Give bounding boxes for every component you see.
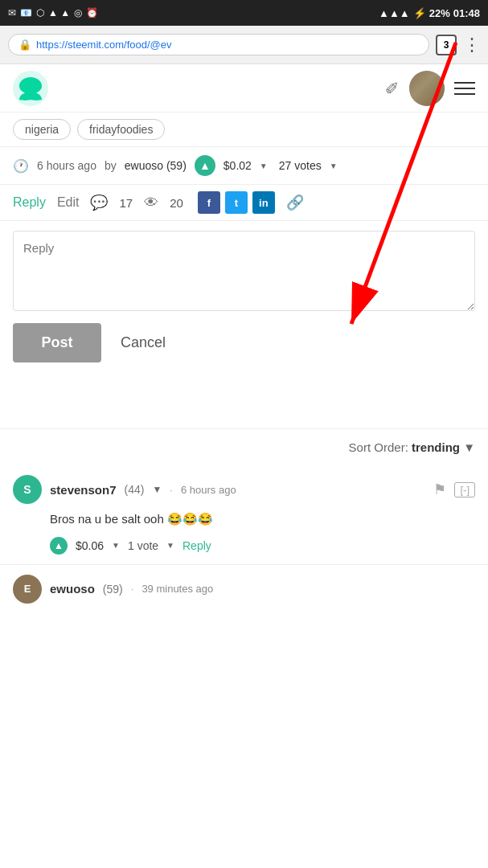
reply-button[interactable]: Reply bbox=[13, 195, 46, 210]
browser-bar: 🔒 https://steemit.com/food/@ev 3 ⋮ bbox=[0, 26, 488, 64]
author-name[interactable]: ewuoso (59) bbox=[125, 159, 187, 172]
reply-textarea[interactable] bbox=[13, 231, 475, 311]
comment-author-2[interactable]: ewuoso bbox=[50, 582, 95, 596]
steemit-logo[interactable] bbox=[13, 71, 48, 106]
wifi-icon: ⚡ bbox=[413, 7, 426, 19]
comment-count: 17 bbox=[119, 196, 133, 210]
tag-item[interactable]: nigeria bbox=[13, 119, 71, 140]
cancel-button[interactable]: Cancel bbox=[114, 323, 172, 362]
edit-button[interactable]: Edit bbox=[57, 195, 80, 210]
sort-value: trending bbox=[412, 440, 460, 454]
comment-time-2: 39 minutes ago bbox=[141, 583, 213, 595]
copy-link-icon[interactable]: 🔗 bbox=[286, 194, 304, 211]
payout-dropdown-icon[interactable]: ▼ bbox=[260, 162, 268, 170]
lock-icon: 🔒 bbox=[18, 39, 31, 51]
tags-area: nigeria fridayfoodies bbox=[0, 113, 488, 147]
status-right: ▲▲▲ ⚡ 22% 01:48 bbox=[379, 7, 480, 19]
upvote-button[interactable]: ▲ bbox=[195, 155, 215, 176]
social-icons: f t in bbox=[198, 191, 275, 214]
votes-dropdown-icon[interactable]: ▼ bbox=[330, 162, 338, 170]
notification-icon: ✉ bbox=[8, 7, 16, 18]
comment-time: 6 hours ago bbox=[181, 484, 236, 496]
sort-label: Sort Order: bbox=[349, 440, 408, 454]
time-display: 01:48 bbox=[453, 7, 480, 19]
comment-author[interactable]: stevenson7 bbox=[50, 483, 117, 497]
collapse-button[interactable]: [-] bbox=[454, 482, 475, 497]
reply-section: Post Cancel bbox=[0, 221, 488, 372]
app-header: ✏ bbox=[0, 64, 488, 113]
comment-header: S stevenson7 (44) ▼ · 6 hours ago ⚑ [-] bbox=[13, 475, 475, 504]
linkedin-share-icon[interactable]: in bbox=[252, 191, 275, 214]
battery-text: 22% bbox=[429, 7, 450, 19]
comment-item: S stevenson7 (44) ▼ · 6 hours ago ⚑ [-] … bbox=[0, 465, 488, 565]
action-bar: Reply Edit 💬 17 👁 20 f t in 🔗 bbox=[0, 185, 488, 221]
comment-votes-dropdown[interactable]: ▼ bbox=[166, 541, 174, 550]
post-meta: 🕐 6 hours ago by ewuoso (59) ▲ $0.02 ▼ 2… bbox=[0, 147, 488, 185]
comment-reply-button[interactable]: Reply bbox=[182, 539, 211, 552]
signal-icons: ▲ ▲ bbox=[48, 7, 70, 18]
comment-votes: 1 vote bbox=[128, 539, 158, 552]
comment-rep-2: (59) bbox=[103, 583, 123, 596]
comment-actions: ▲ $0.06 ▼ 1 vote ▼ Reply bbox=[50, 537, 475, 555]
avatar[interactable] bbox=[409, 71, 445, 106]
sort-dropdown-icon[interactable]: ▼ bbox=[463, 440, 475, 454]
comment-rep: (44) bbox=[125, 483, 145, 496]
flag-icon[interactable]: ⚑ bbox=[433, 481, 446, 498]
alarm-icon: ⏰ bbox=[86, 7, 98, 18]
view-count: 20 bbox=[170, 196, 183, 210]
comment-rep-dropdown[interactable]: ▼ bbox=[152, 484, 162, 495]
by-text: by bbox=[105, 159, 117, 172]
tag-item[interactable]: fridayfoodies bbox=[77, 119, 165, 140]
clock-icon: 🕐 bbox=[13, 158, 29, 174]
tab-count[interactable]: 3 bbox=[436, 35, 457, 55]
eye-icon: 👁 bbox=[144, 194, 158, 211]
status-bar: ✉ 📧 ⬡ ▲ ▲ ◎ ⏰ ▲▲▲ ⚡ 22% 01:48 bbox=[0, 0, 488, 26]
comment-upvote-button[interactable]: ▲ bbox=[50, 537, 68, 555]
comment-icon: 💬 bbox=[90, 194, 108, 211]
comment-text: Bros na u be salt ooh 😂😂😂 bbox=[50, 510, 475, 529]
sort-bar: Sort Order: trending ▼ bbox=[0, 428, 488, 465]
comment-avatar-2: E bbox=[13, 575, 42, 604]
comment-item-partial: E ewuoso (59) · 39 minutes ago bbox=[0, 565, 488, 607]
comment-payout: $0.06 bbox=[76, 539, 104, 552]
spacer bbox=[0, 372, 488, 396]
post-time: 6 hours ago bbox=[37, 159, 96, 172]
more-options-icon[interactable]: ⋮ bbox=[463, 35, 480, 55]
status-icons: ✉ 📧 ⬡ ▲ ▲ ◎ ⏰ bbox=[8, 7, 98, 18]
signal-strength: ▲▲▲ bbox=[379, 7, 410, 19]
url-text: https://steemit.com/food/@ev bbox=[36, 39, 172, 51]
comment-dot: · bbox=[170, 484, 173, 496]
reply-buttons: Post Cancel bbox=[13, 323, 475, 372]
location-icon: ◎ bbox=[74, 7, 82, 18]
comment-payout-dropdown[interactable]: ▼ bbox=[112, 541, 120, 550]
comment-dot-2: · bbox=[131, 583, 134, 595]
comment-avatar: S bbox=[13, 475, 42, 504]
url-bar[interactable]: 🔒 https://steemit.com/food/@ev bbox=[8, 34, 429, 55]
facebook-share-icon[interactable]: f bbox=[198, 191, 220, 214]
twitter-share-icon[interactable]: t bbox=[225, 191, 248, 214]
mail-icon: 📧 bbox=[20, 7, 32, 18]
post-button[interactable]: Post bbox=[13, 323, 101, 362]
votes-count: 27 votes bbox=[279, 159, 322, 172]
hamburger-menu[interactable] bbox=[454, 82, 475, 95]
edit-pencil-icon[interactable]: ✏ bbox=[379, 76, 404, 100]
payout-amount: $0.02 bbox=[223, 159, 252, 172]
discord-icon: ⬡ bbox=[36, 7, 44, 18]
